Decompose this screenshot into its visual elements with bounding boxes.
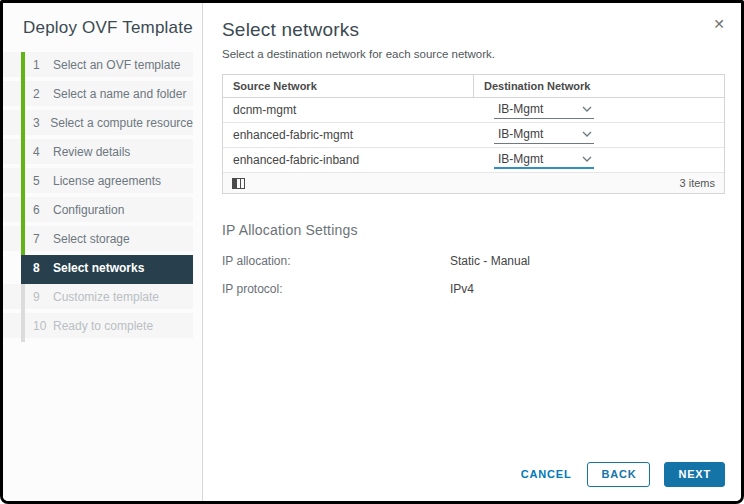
destination-network-select[interactable]: IB-Mgmt <box>494 101 594 119</box>
step-number: 6 <box>33 203 49 217</box>
column-header-source-network: Source Network <box>223 75 474 97</box>
step-label: Configuration <box>53 203 124 217</box>
step-number: 3 <box>33 116 46 130</box>
items-count: 3 items <box>680 177 715 189</box>
back-button[interactable]: BACK <box>587 462 650 487</box>
step-label: Select a name and folder <box>53 87 186 101</box>
table-header: Source Network Destination Network <box>223 75 724 98</box>
next-button[interactable]: NEXT <box>664 462 725 487</box>
sidebar-step-configuration[interactable]: 6 Configuration <box>3 197 193 226</box>
deploy-ovf-dialog: Deploy OVF Template 1 Select an OVF temp… <box>0 0 744 504</box>
step-label: Ready to complete <box>53 319 153 333</box>
sidebar-step-select-networks[interactable]: 8 Select networks <box>21 255 193 284</box>
destination-network-select[interactable]: IB-Mgmt <box>494 126 594 144</box>
step-label: Select a compute resource <box>50 116 193 130</box>
source-network-name: enhanced-fabric-mgmt <box>223 128 474 142</box>
column-picker-icon[interactable] <box>232 178 245 189</box>
progress-rail-completed <box>21 52 25 255</box>
close-icon[interactable]: ✕ <box>713 17 725 31</box>
step-number: 9 <box>33 290 49 304</box>
step-label: Customize template <box>53 290 159 304</box>
chevron-down-icon <box>582 106 592 112</box>
sidebar-step-select-name-folder[interactable]: 2 Select a name and folder <box>3 81 193 110</box>
wizard-sidebar: Deploy OVF Template 1 Select an OVF temp… <box>3 3 203 501</box>
selected-network: IB-Mgmt <box>498 152 543 166</box>
ip-allocation-row: IP allocation: Static - Manual <box>222 254 725 268</box>
step-label: Select an OVF template <box>53 58 180 72</box>
sidebar-step-select-compute-resource[interactable]: 3 Select a compute resource <box>3 110 193 139</box>
page-title: Select networks <box>222 19 725 41</box>
step-number: 1 <box>33 58 49 72</box>
ip-allocation-label: IP allocation: <box>222 254 450 268</box>
page-subtitle: Select a destination network for each so… <box>222 48 725 60</box>
destination-network-select[interactable]: IB-Mgmt <box>494 151 594 169</box>
step-number: 8 <box>33 261 49 275</box>
wizard-title: Deploy OVF Template <box>3 3 202 50</box>
wizard-footer-buttons: CANCEL BACK NEXT <box>519 462 725 487</box>
step-label: Review details <box>53 145 130 159</box>
step-number: 5 <box>33 174 49 188</box>
sidebar-step-license-agreements[interactable]: 5 License agreements <box>3 168 193 197</box>
table-footer: 3 items <box>223 173 724 193</box>
sidebar-step-ready-to-complete[interactable]: 10 Ready to complete <box>3 313 193 342</box>
network-mapping-table: Source Network Destination Network dcnm-… <box>222 74 725 194</box>
ip-protocol-value: IPv4 <box>450 282 474 296</box>
section-heading: IP Allocation Settings <box>222 222 725 238</box>
sidebar-step-select-storage[interactable]: 7 Select storage <box>3 226 193 255</box>
cancel-button[interactable]: CANCEL <box>519 463 574 486</box>
chevron-down-icon <box>582 131 592 137</box>
column-header-destination-network: Destination Network <box>474 80 724 92</box>
ip-protocol-label: IP protocol: <box>222 282 450 296</box>
step-number: 2 <box>33 87 49 101</box>
panel-select-networks: ✕ Select networks Select a destination n… <box>203 3 741 501</box>
ip-allocation-value: Static - Manual <box>450 254 530 268</box>
table-row: dcnm-mgmt IB-Mgmt <box>223 98 724 123</box>
wizard-steps: 1 Select an OVF template 2 Select a name… <box>3 52 202 342</box>
step-number: 4 <box>33 145 49 159</box>
sidebar-step-select-ovf-template[interactable]: 1 Select an OVF template <box>3 52 193 81</box>
table-row: enhanced-fabric-mgmt IB-Mgmt <box>223 123 724 148</box>
selected-network: IB-Mgmt <box>498 127 543 141</box>
source-network-name: enhanced-fabric-inband <box>223 153 474 167</box>
step-number: 7 <box>33 232 49 246</box>
chevron-down-icon <box>582 156 592 162</box>
step-label: License agreements <box>53 174 161 188</box>
sidebar-step-customize-template[interactable]: 9 Customize template <box>3 284 193 313</box>
step-number: 10 <box>33 319 49 333</box>
step-label: Select storage <box>53 232 130 246</box>
selected-network: IB-Mgmt <box>498 102 543 116</box>
source-network-name: dcnm-mgmt <box>223 103 474 117</box>
progress-rail-remaining <box>21 284 25 342</box>
table-row: enhanced-fabric-inband IB-Mgmt <box>223 148 724 173</box>
ip-protocol-row: IP protocol: IPv4 <box>222 282 725 296</box>
sidebar-step-review-details[interactable]: 4 Review details <box>3 139 193 168</box>
step-label: Select networks <box>53 261 144 275</box>
ip-allocation-settings-section: IP Allocation Settings IP allocation: St… <box>222 222 725 296</box>
